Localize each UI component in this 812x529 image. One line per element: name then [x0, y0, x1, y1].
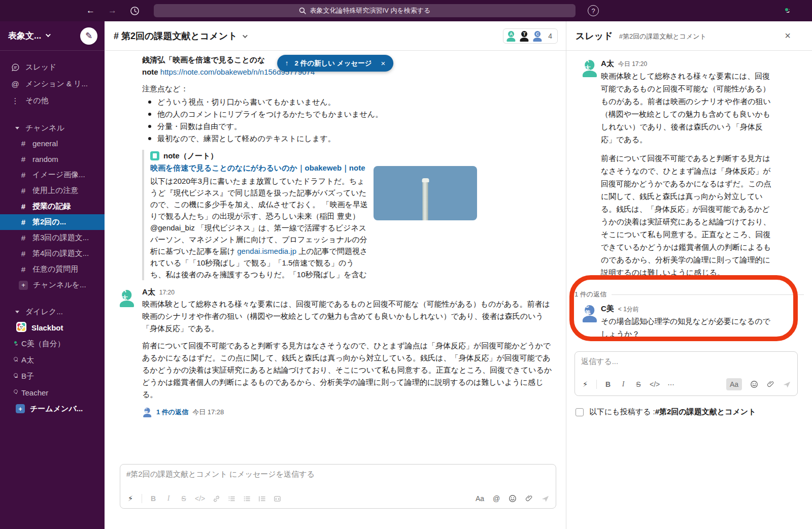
channels-section-header[interactable]: チャンネル — [0, 120, 105, 136]
code-icon[interactable]: </> — [650, 380, 660, 388]
sidebar-channel-usage-notes[interactable]: # 使用上の注意 — [0, 183, 105, 199]
message-paragraph: 映画体験として総称される様々な要素には、回復可能であるものと回復不可能な（可能性… — [601, 70, 776, 146]
message-time[interactable]: < 1分前 — [618, 305, 639, 314]
sidebar-channel-session4[interactable]: # 第4回の課題文... — [0, 246, 105, 261]
vertical-dots-icon: ⋮ — [10, 96, 20, 106]
channel-members-button[interactable]: A T C 4 — [503, 28, 558, 44]
history-back-icon[interactable]: ← — [86, 6, 95, 16]
new-messages-pill[interactable]: ↑ 2 件の新しい メッセージ × — [277, 55, 394, 72]
code-icon[interactable]: </> — [195, 494, 205, 503]
card-inline-link[interactable]: gendai.ismedia.jp — [237, 247, 296, 255]
close-icon[interactable]: × — [785, 30, 791, 42]
thread-reply-link[interactable]: C美 1 件の返信 今日 17:28 — [142, 406, 552, 419]
card-thumbnail-image[interactable] — [374, 166, 477, 220]
arrow-up-icon: ↑ — [285, 59, 289, 67]
sidebar-item-more[interactable]: ⋮ その他 — [0, 92, 105, 109]
reply-input[interactable]: 返信する... — [575, 352, 797, 374]
new-message-button[interactable]: ✎ — [80, 27, 97, 45]
message-time[interactable]: 今日 17:20 — [618, 60, 647, 69]
thread-composer[interactable]: 返信する... ⚡ B I S </> ⋯ Aa — [574, 351, 798, 396]
message-time[interactable]: 17:20 — [159, 289, 175, 296]
emoji-icon[interactable] — [509, 494, 517, 503]
strikethrough-icon[interactable]: S — [180, 494, 188, 503]
message-composer[interactable]: #第2回の課題文献とコメント にメッセージを送信する ⚡ B I S </> — [120, 464, 556, 509]
avatar[interactable]: C美 — [581, 304, 599, 322]
sidebar-channel-random[interactable]: # random — [0, 151, 105, 167]
also-send-checkbox[interactable] — [576, 408, 584, 416]
note-label: note — [142, 68, 158, 76]
sidebar-dm-cmi[interactable]: C C美（自分） — [0, 336, 105, 352]
thread-channel-subtitle[interactable]: #第2回の課題文献とコメント — [619, 32, 706, 41]
attachment-icon[interactable] — [766, 380, 774, 388]
bold-icon[interactable]: B — [149, 494, 157, 503]
chevron-down-icon — [243, 33, 248, 38]
sidebar-dm-teacher[interactable]: T Teacher — [0, 384, 105, 401]
presence-offline-dot — [14, 373, 18, 377]
mention-icon[interactable]: @ — [492, 494, 500, 503]
thread-reply-message: C美 C美 < 1分前 その場合認知心理学の知見などが必要になるのでしょうか？ — [566, 299, 812, 340]
code-block-icon[interactable] — [273, 495, 281, 503]
sidebar-channel-questions[interactable]: # 任意の質問用 — [0, 261, 105, 277]
search-input[interactable]: 表象文化論特殊研究演習IV 内を検索する — [154, 4, 576, 17]
message-list: ↑ 2 件の新しい メッセージ × 銭清弘「映画を倍速で見ることのな note … — [105, 51, 566, 464]
shortcuts-icon[interactable]: ⚡ — [126, 494, 134, 503]
hash-icon: # — [19, 171, 27, 179]
bold-icon[interactable]: B — [604, 380, 612, 388]
note-service-icon — [150, 151, 159, 160]
text-format-icon[interactable]: Aa — [476, 494, 484, 503]
card-provider: note（ノート） — [163, 150, 218, 162]
reply-count-link[interactable]: 1 件の返信 — [156, 408, 188, 417]
emoji-icon[interactable] — [750, 380, 758, 388]
close-icon[interactable]: × — [381, 59, 386, 68]
message-author[interactable]: A太 — [601, 59, 614, 69]
sidebar-item-threads[interactable]: スレッド — [0, 59, 105, 76]
italic-icon[interactable]: I — [619, 380, 627, 388]
tower-image — [423, 182, 428, 220]
sidebar-channel-session2-active[interactable]: # 第2回の... — [0, 214, 105, 230]
italic-icon[interactable]: I — [164, 494, 173, 503]
history-forward-icon[interactable]: → — [108, 6, 117, 16]
sidebar-channel-class-records[interactable]: # 授業の記録 — [0, 199, 105, 214]
link-icon[interactable] — [212, 495, 220, 503]
bullet-dot — [148, 101, 151, 104]
message-author[interactable]: A太 — [142, 287, 155, 297]
blockquote-icon[interactable] — [258, 495, 266, 503]
bulleted-list-icon[interactable] — [243, 495, 251, 503]
text-format-icon[interactable]: Aa — [726, 378, 742, 390]
send-icon[interactable] — [541, 494, 550, 503]
strikethrough-icon[interactable]: S — [634, 380, 642, 388]
help-icon[interactable]: ? — [588, 5, 599, 16]
sidebar-dm-slackbot[interactable]: Slackbot — [0, 319, 105, 336]
divider — [142, 494, 142, 503]
send-icon[interactable] — [783, 380, 791, 389]
sidebar-dm-bko[interactable]: B B子 — [0, 368, 105, 384]
channel-title-button[interactable]: # 第2回の課題文献とコメント — [114, 30, 246, 42]
sidebar-channel-session3[interactable]: # 第3回の課題文... — [0, 230, 105, 246]
sidebar-channel-general[interactable]: # general — [0, 136, 105, 151]
at-icon: @ — [10, 80, 20, 88]
message-input[interactable]: #第2回の課題文献とコメント にメッセージを送信する — [120, 465, 556, 490]
workspace-header[interactable]: 表象文... ✎ — [0, 21, 105, 51]
history-clock-icon[interactable] — [130, 6, 140, 16]
replies-divider: 1 件の返信 — [574, 290, 804, 299]
sidebar-dm-ata[interactable]: A A太 — [0, 352, 105, 368]
reply-text: その場合認知心理学の知見などが必要になるのでしょうか？ — [601, 315, 776, 340]
avatar[interactable]: A太 — [581, 59, 599, 77]
add-team-members-button[interactable]: + チームメンバ... — [0, 401, 105, 417]
more-formatting-icon[interactable]: ⋯ — [667, 380, 675, 388]
attachment-icon[interactable] — [525, 494, 533, 503]
message-author[interactable]: C美 — [601, 304, 614, 314]
sidebar-channel-images[interactable]: # イメージ画像... — [0, 167, 105, 183]
sidebar-item-mentions[interactable]: @ メンション & リ... — [0, 76, 105, 92]
hash-icon: # — [19, 202, 27, 211]
shortcuts-icon[interactable]: ⚡ — [581, 380, 589, 389]
hash-icon: # — [19, 218, 27, 226]
avatar[interactable]: A太 — [118, 289, 136, 307]
hash-icon: # — [19, 186, 27, 195]
ordered-list-icon[interactable] — [227, 495, 235, 503]
dm-section-header[interactable]: ダイレク... — [0, 304, 105, 319]
card-title-link[interactable]: 映画を倍速で見ることのなにがわるいのか｜obakeweb｜note — [150, 162, 371, 174]
composer-toolbar: ⚡ B I S </> — [120, 490, 556, 508]
channel-title: 第2回の課題文献とコメント — [121, 31, 238, 41]
add-channel-button[interactable]: + チャンネルを... — [0, 277, 105, 293]
